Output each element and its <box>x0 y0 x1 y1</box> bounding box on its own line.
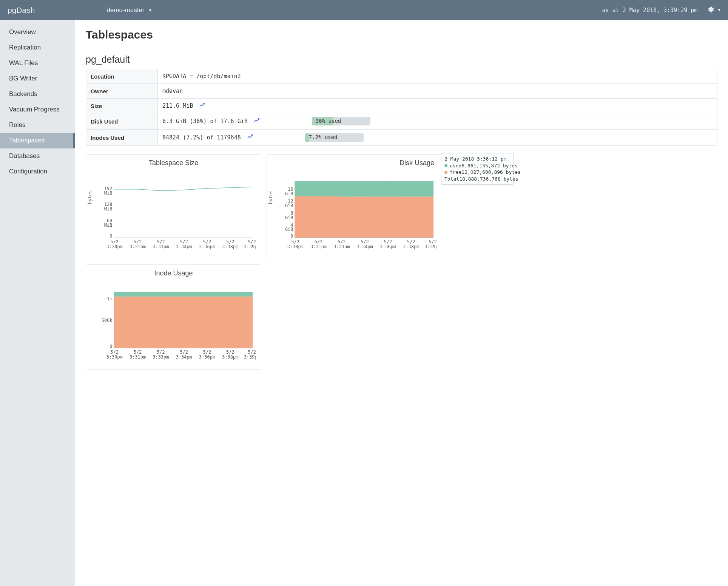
dot-icon <box>444 164 447 167</box>
caret-down-icon: ▼ <box>718 8 720 12</box>
label-size: Size <box>86 99 158 113</box>
sidebar-item-bgwriter[interactable]: BG Writer <box>0 71 75 87</box>
value-location: $PGDATA = /opt/db/main2 <box>158 69 717 84</box>
svg-text:MiB: MiB <box>104 206 112 212</box>
svg-text:GiB: GiB <box>285 203 293 208</box>
chart-svg: 0 4GiB 8GiB 12GiB 16GiB 5/23:30pm 5/23:3… <box>272 170 436 255</box>
chart-tooltip: 2 May 2018 3:36:12 pm used6,861,135,872 … <box>441 153 514 185</box>
sidebar-item-roles[interactable]: Roles <box>0 118 75 133</box>
svg-text:3:30pm: 3:30pm <box>287 244 304 249</box>
svg-rect-22 <box>295 196 433 238</box>
section-title: pg_default <box>86 54 717 65</box>
svg-text:500k: 500k <box>102 318 113 323</box>
sidebar-item-databases[interactable]: Databases <box>0 148 75 164</box>
topbar: pgDash demo-master ▼ as at 2 May 2018, 3… <box>0 0 728 20</box>
row-size: Size 211.6 MiB <box>86 99 717 113</box>
svg-text:3:33pm: 3:33pm <box>153 354 169 360</box>
sidebar-item-vacuum[interactable]: Vacuum Progress <box>0 102 75 118</box>
svg-rect-50 <box>114 292 253 297</box>
charts-row-2: Inode Usage 0 500k 1m 5/23:30pm 5/23:31p… <box>86 264 717 370</box>
svg-text:3:30pm: 3:30pm <box>106 244 123 249</box>
sidebar-item-configuration[interactable]: Configuration <box>0 164 75 179</box>
svg-text:GiB: GiB <box>285 215 293 220</box>
svg-text:0: 0 <box>110 233 112 239</box>
chart-title: Inode Usage <box>91 269 256 277</box>
svg-text:3:38pm: 3:38pm <box>222 354 238 360</box>
svg-text:3:30pm: 3:30pm <box>106 354 123 360</box>
svg-text:0: 0 <box>110 344 112 349</box>
svg-text:MiB: MiB <box>104 223 112 228</box>
svg-rect-23 <box>295 181 433 197</box>
label-location: Location <box>86 69 158 84</box>
settings-menu[interactable]: ▼ <box>706 6 720 15</box>
value-disk: 6.3 GiB (36%) of 17.6 GiB <box>162 118 248 125</box>
svg-text:3:38pm: 3:38pm <box>403 244 419 249</box>
topbar-right: as at 2 May 2018, 3:39:29 pm ▼ <box>602 6 721 15</box>
chart-disk-usage: Disk Usage bytes 0 4GiB 8GiB <box>267 154 442 259</box>
y-axis-label: bytes <box>87 190 93 204</box>
label-inodes: Inodes Used <box>86 130 158 146</box>
chart-icon[interactable] <box>247 134 256 141</box>
svg-text:3:36pm: 3:36pm <box>199 354 215 360</box>
row-location: Location $PGDATA = /opt/db/main2 <box>86 69 717 84</box>
svg-text:3:33pm: 3:33pm <box>153 244 169 249</box>
sidebar-item-replication[interactable]: Replication <box>0 40 75 56</box>
chart-svg: 0 64 MiB 128 MiB 192 MiB 5/23:30pm <box>91 170 256 255</box>
tooltip-used-value: 6,861,135,872 bytes <box>461 162 518 169</box>
disk-progress: 36% used <box>312 117 370 125</box>
server-name: demo-master <box>106 6 144 14</box>
svg-text:MiB: MiB <box>104 190 112 196</box>
value-size: 211.6 MiB <box>162 102 193 109</box>
svg-text:3:36pm: 3:36pm <box>380 244 396 249</box>
sidebar-item-tablespaces[interactable]: Tablespaces <box>0 133 75 148</box>
dot-icon <box>444 171 447 174</box>
svg-text:3:34pm: 3:34pm <box>176 244 192 249</box>
chart-icon[interactable] <box>254 118 263 125</box>
row-inodes: Inodes Used 84824 (7.2%) of 1179648 7.2%… <box>86 130 717 146</box>
inodes-progress: 7.2% used <box>305 133 364 142</box>
server-selector[interactable]: demo-master ▼ <box>106 6 152 14</box>
label-disk: Disk Used <box>86 113 158 130</box>
svg-text:3:36pm: 3:36pm <box>199 244 215 249</box>
svg-text:3:33pm: 3:33pm <box>333 244 350 249</box>
chart-inode-usage: Inode Usage 0 500k 1m 5/23:30pm 5/23:31p… <box>86 264 261 370</box>
sidebar-item-walfiles[interactable]: WAL Files <box>0 56 75 71</box>
y-axis-label: bytes <box>268 190 273 204</box>
tooltip-total-value: 18,888,736,768 bytes <box>459 176 518 182</box>
tooltip-time: 2 May 2018 3:36:12 pm <box>444 156 510 162</box>
disk-progress-label: 36% used <box>316 118 341 124</box>
sidebar: Overview Replication WAL Files BG Writer… <box>0 20 75 586</box>
svg-text:3:39pm: 3:39pm <box>244 244 256 249</box>
svg-text:0: 0 <box>290 233 293 239</box>
tooltip-free-value: 12,027,600,896 bytes <box>461 169 521 176</box>
chart-svg: 0 500k 1m 5/23:30pm 5/23:31pm 5/23:33pm … <box>91 280 256 365</box>
chart-title: Tablespace Size <box>91 159 256 167</box>
gear-icon <box>706 6 714 15</box>
tooltip-free-label: free <box>450 169 461 176</box>
svg-text:1m: 1m <box>107 296 112 302</box>
value-owner: mdevan <box>158 84 717 99</box>
value-inodes: 84824 (7.2%) of 1179648 <box>162 134 241 141</box>
svg-text:3:31pm: 3:31pm <box>310 244 327 249</box>
svg-text:3:39pm: 3:39pm <box>244 354 256 360</box>
svg-text:GiB: GiB <box>285 227 293 232</box>
svg-text:3:31pm: 3:31pm <box>130 244 146 249</box>
svg-text:3:38pm: 3:38pm <box>222 244 238 249</box>
row-owner: Owner mdevan <box>86 84 717 99</box>
svg-text:3:34pm: 3:34pm <box>357 244 373 249</box>
chart-icon[interactable] <box>199 102 205 109</box>
sidebar-item-overview[interactable]: Overview <box>0 25 75 40</box>
chart-title: Disk Usage <box>272 159 436 167</box>
svg-rect-49 <box>114 297 253 348</box>
chart-tablespace-size: Tablespace Size bytes 0 64 MiB 128 MiB 1… <box>86 154 261 259</box>
svg-text:GiB: GiB <box>285 191 293 196</box>
svg-text:3:39pm: 3:39pm <box>425 244 436 249</box>
tooltip-total-label: Total <box>444 176 459 182</box>
timestamp: as at 2 May 2018, 3:39:29 pm <box>602 7 698 14</box>
label-owner: Owner <box>86 84 158 99</box>
tablespace-info-table: Location $PGDATA = /opt/db/main2 Owner m… <box>86 69 717 146</box>
charts-row-1: Tablespace Size bytes 0 64 MiB 128 MiB 1… <box>86 154 717 259</box>
page-title: Tablespaces <box>86 28 717 41</box>
tooltip-used-label: used <box>450 162 461 169</box>
sidebar-item-backends[interactable]: Backends <box>0 87 75 102</box>
